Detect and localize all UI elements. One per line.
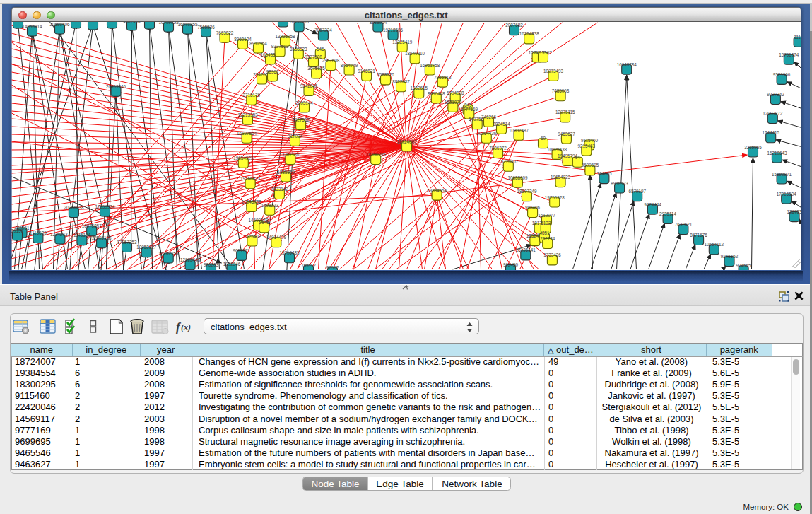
svg-text:8912954: 8912954 [249,41,267,46]
svg-text:1145194: 1145194 [73,233,90,238]
svg-text:2935114: 2935114 [659,211,677,216]
svg-text:10807487: 10807487 [508,128,529,133]
svg-text:16648784: 16648784 [616,62,637,67]
svg-text:17359934: 17359934 [95,204,115,209]
svg-text:14055714: 14055714 [22,24,42,29]
svg-text:8938923: 8938923 [611,181,628,186]
svg-text:9463627: 9463627 [558,132,575,136]
svg-text:1498223: 1498223 [261,203,278,208]
svg-text:8454749: 8454749 [340,63,358,68]
svg-text:1621072: 1621072 [444,100,461,105]
svg-text:20053346: 20053346 [105,84,126,89]
svg-text:10973493: 10973493 [543,69,563,74]
svg-text:9329966: 9329966 [772,72,790,77]
svg-text:546: 546 [317,47,324,52]
svg-text:12505135: 12505135 [91,235,112,240]
svg-text:9227342: 9227342 [767,92,784,97]
svg-text:3824514: 3824514 [493,122,510,127]
svg-text:19218506: 19218506 [383,28,404,33]
svg-text:19654923: 19654923 [233,156,254,160]
svg-text:252234: 252234 [540,236,555,241]
svg-text:7625402: 7625402 [243,234,261,239]
svg-text:17016504: 17016504 [776,192,796,197]
svg-text:9657771: 9657771 [233,248,250,253]
svg-text:16671355: 16671355 [177,22,198,27]
svg-text:7833142: 7833142 [271,187,288,192]
svg-text:7515526: 7515526 [197,25,215,30]
svg-text:(x): (x) [181,322,191,332]
svg-text:12923448: 12923448 [180,257,201,262]
svg-text:10046738: 10046738 [241,199,261,204]
svg-text:18807249: 18807249 [517,189,537,194]
svg-text:10719155: 10719155 [158,22,179,25]
svg-text:2087682: 2087682 [505,23,523,28]
svg-text:2967608: 2967608 [322,58,339,63]
svg-text:19756928: 19756928 [544,195,565,200]
svg-text:3675685: 3675685 [307,66,325,71]
svg-text:2718176: 2718176 [242,93,260,98]
svg-text:755112: 755112 [301,263,316,268]
svg-text:15692971: 15692971 [772,172,792,177]
svg-text:16210643: 16210643 [767,151,787,156]
svg-text:20691406: 20691406 [49,22,70,27]
svg-text:1835359: 1835359 [277,170,295,175]
svg-text:13226058: 13226058 [275,34,295,39]
svg-text:9245652: 9245652 [720,254,738,259]
svg-text:10025438: 10025438 [547,147,567,152]
svg-text:126753: 126753 [787,209,801,214]
svg-text:12975115: 12975115 [555,110,575,115]
svg-text:1092346: 1092346 [223,262,240,267]
svg-text:988406: 988406 [525,205,541,210]
svg-text:746266: 746266 [481,115,496,119]
svg-text:12342737: 12342737 [49,232,70,237]
svg-text:7886372: 7886372 [489,146,507,151]
svg-text:15716485: 15716485 [279,250,300,255]
svg-text:1244415: 1244415 [762,130,779,135]
svg-text:7663822: 7663822 [216,30,233,35]
svg-text:8822037: 8822037 [392,79,410,84]
svg-text:9948: 9948 [259,220,269,225]
svg-text:1362615: 1362615 [410,86,428,90]
svg-text:7857224: 7857224 [314,28,332,33]
svg-text:1612077: 1612077 [538,213,555,218]
svg-text:2803144: 2803144 [295,100,313,105]
svg-text:60: 60 [540,136,546,141]
svg-text:16782759: 16782759 [158,251,179,256]
svg-text:10654112: 10654112 [704,242,724,247]
svg-text:6794028: 6794028 [446,90,464,95]
svg-text:18724007: 18724007 [396,139,417,144]
svg-text:7485063: 7485063 [551,88,569,93]
svg-text:10958127: 10958127 [136,245,157,250]
svg-text:19654923: 19654923 [551,175,571,180]
svg-text:8990448: 8990448 [428,91,445,96]
svg-text:10975857: 10975857 [81,223,102,228]
svg-text:18640910: 18640910 [405,51,425,56]
svg-text:18300295: 18300295 [365,152,386,157]
svg-text:97512: 97512 [326,265,339,270]
svg-text:20206538: 20206538 [64,205,84,210]
svg-text:9327503: 9327503 [271,44,288,49]
svg-text:19384554: 19384554 [427,188,447,193]
svg-text:3215955: 3215955 [744,145,762,150]
svg-text:9327508: 9327508 [305,54,322,59]
svg-text:1112: 1112 [794,35,801,40]
svg-text:16961758: 16961758 [420,63,440,68]
svg-text:317004: 317004 [287,134,302,139]
svg-text:5132: 5132 [541,221,551,226]
svg-text:14914479: 14914479 [266,235,286,240]
svg-text:9242845: 9242845 [300,83,317,88]
svg-text:10688609: 10688609 [507,175,528,180]
svg-text:6413967: 6413967 [534,50,552,55]
svg-text:16154838: 16154838 [519,31,539,36]
svg-text:1527602: 1527602 [123,22,141,23]
svg-text:992450: 992450 [502,262,518,267]
svg-text:15751074: 15751074 [779,52,799,57]
svg-text:39159: 39159 [11,228,24,233]
svg-text:9215463: 9215463 [577,144,595,148]
svg-text:8427552: 8427552 [292,117,310,122]
svg-text:1733426: 1733426 [543,252,561,257]
svg-text:98961: 98961 [266,69,278,74]
svg-text:12093872: 12093872 [763,111,783,116]
svg-text:19166823: 19166823 [240,176,261,181]
svg-text:12213383: 12213383 [237,112,258,117]
